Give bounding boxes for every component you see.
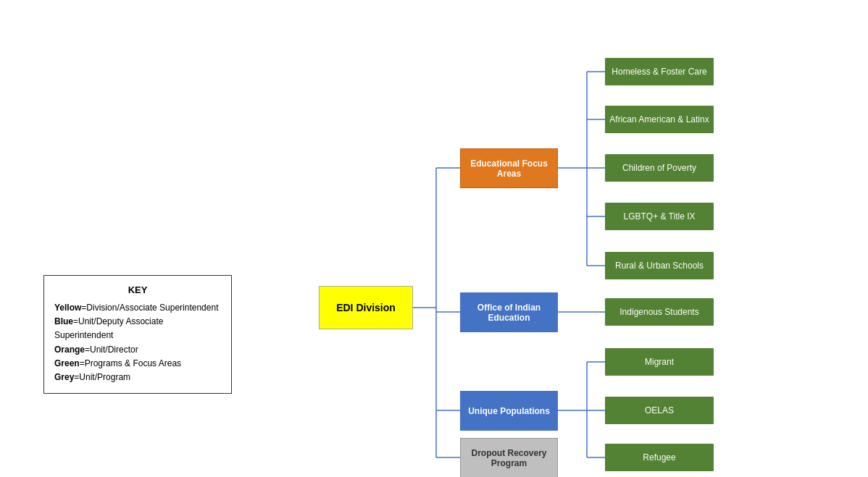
key-grey-bold: Grey bbox=[54, 372, 74, 382]
oie-label: Office of Indian Education bbox=[460, 303, 558, 323]
oie-node: Office of Indian Education bbox=[460, 292, 558, 332]
leaf-lgbtq: LGBTQ+ & Title IX bbox=[605, 203, 714, 230]
leaf-lgbtq-label: LGBTQ+ & Title IX bbox=[623, 211, 695, 221]
leaf-rural-urban: Rural & Urban Schools bbox=[605, 252, 714, 279]
dropout-recovery-node: Dropout Recovery Program bbox=[460, 438, 558, 477]
key-orange-bold: Orange bbox=[54, 345, 85, 355]
key-item-blue: Blue=Unit/Deputy Associate Superintenden… bbox=[54, 315, 221, 342]
leaf-homeless-label: Homeless & Foster Care bbox=[612, 67, 706, 77]
unique-populations-node: Unique Populations bbox=[460, 391, 558, 431]
dropout-recovery-label: Dropout Recovery Program bbox=[461, 448, 557, 468]
leaf-migrant: Migrant bbox=[605, 348, 714, 376]
leaf-oelas: OELAS bbox=[605, 397, 714, 424]
leaf-children-poverty: Children of Poverty bbox=[605, 154, 714, 182]
leaf-indigenous-label: Indigenous Students bbox=[619, 307, 698, 317]
edi-division-node: EDI Division bbox=[319, 286, 413, 329]
key-blue-bold: Blue bbox=[54, 316, 73, 326]
key-item-green: Green=Programs & Focus Areas bbox=[54, 357, 221, 371]
connector-lines bbox=[275, 22, 855, 470]
efa-node: Educational Focus Areas bbox=[460, 148, 558, 188]
leaf-african-american-label: African American & Latinx bbox=[609, 114, 709, 124]
unique-populations-label: Unique Populations bbox=[468, 406, 550, 416]
efa-label: Educational Focus Areas bbox=[461, 159, 557, 179]
key-orange-text: =Unit/Director bbox=[85, 345, 138, 355]
key-green-bold: Green bbox=[54, 358, 80, 368]
leaf-refugee-label: Refugee bbox=[643, 452, 675, 463]
key-box: KEY Yellow=Division/Associate Superinten… bbox=[43, 275, 232, 394]
key-yellow-bold: Yellow bbox=[54, 303, 81, 313]
key-item-yellow: Yellow=Division/Associate Superintendent bbox=[54, 301, 221, 315]
key-yellow-text: =Division/Associate Superintendent bbox=[81, 303, 218, 313]
leaf-homeless: Homeless & Foster Care bbox=[605, 58, 714, 85]
leaf-refugee: Refugee bbox=[605, 444, 714, 471]
chart-area: EDI Division Educational Focus Areas Off… bbox=[275, 22, 855, 470]
key-grey-text: =Unit/Program bbox=[74, 372, 130, 382]
key-title: KEY bbox=[54, 284, 221, 295]
leaf-migrant-label: Migrant bbox=[645, 357, 674, 367]
leaf-children-poverty-label: Children of Poverty bbox=[622, 163, 696, 173]
page-container: KEY Yellow=Division/Associate Superinten… bbox=[0, 0, 868, 477]
leaf-rural-urban-label: Rural & Urban Schools bbox=[615, 261, 704, 271]
key-green-text: =Programs & Focus Areas bbox=[80, 358, 181, 368]
edi-division-label: EDI Division bbox=[336, 302, 396, 313]
leaf-african-american: African American & Latinx bbox=[605, 106, 714, 133]
key-item-grey: Grey=Unit/Program bbox=[54, 371, 221, 384]
leaf-indigenous: Indigenous Students bbox=[605, 298, 714, 326]
leaf-oelas-label: OELAS bbox=[645, 405, 674, 415]
key-item-orange: Orange=Unit/Director bbox=[54, 343, 221, 357]
